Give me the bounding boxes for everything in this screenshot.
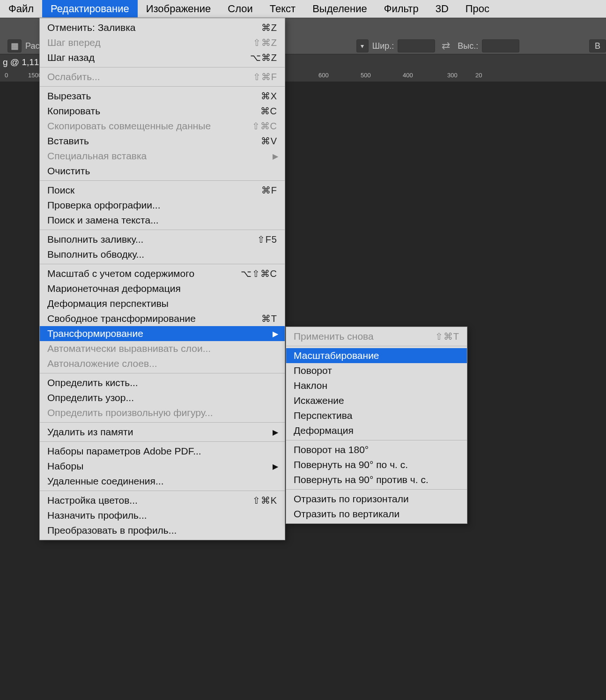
menu-flip-horizontal[interactable]: Отразить по горизонтали [286,491,467,506]
swap-dimensions-icon[interactable]: ⇄ [442,40,450,52]
menu-separator [286,489,467,490]
menu-view[interactable]: Прос [457,0,498,17]
menu-rotate[interactable]: Поворот [286,363,467,378]
menu-rotate-180[interactable]: Поворот на 180° [286,442,467,457]
ruler-tick: 0 [5,72,8,79]
ruler-tick: 400 [403,72,413,79]
menu-separator [40,180,285,181]
menu-step-forward: Шаг вперед⇧⌘Z [40,35,285,50]
menu-perspective-warp[interactable]: Деформация перспективы [40,296,285,311]
menubar: Файл Редактирование Изображение Слои Тек… [0,0,606,18]
menu-assign-profile[interactable]: Назначить профиль... [40,508,285,523]
menu-fade: Ослабить...⇧⌘F [40,69,285,84]
menu-separator [286,346,467,346]
menu-layers[interactable]: Слои [219,0,261,17]
menu-puppet-warp[interactable]: Марионеточная деформация [40,281,285,296]
menu-separator [286,440,467,440]
menu-filter[interactable]: Фильтр [376,0,427,17]
submenu-arrow-icon: ▶ [273,152,278,161]
menu-flip-vertical[interactable]: Отразить по вертикали [286,506,467,521]
submenu-arrow-icon: ▶ [273,428,278,437]
menu-fill[interactable]: Выполнить заливку...⇧F5 [40,232,285,247]
menu-define-brush[interactable]: Определить кисть... [40,375,285,390]
menu-separator [40,264,285,264]
menu-separator [40,491,285,491]
menu-separator [40,86,285,87]
width-field[interactable] [398,39,435,52]
menu-perspective[interactable]: Перспектива [286,408,467,423]
menu-clear[interactable]: Очистить [40,164,285,179]
menu-free-transform[interactable]: Свободное трансформирование⌘T [40,311,285,326]
menu-separator [40,441,285,442]
menu-separator [40,422,285,423]
menu-rotate-90-ccw[interactable]: Повернуть на 90° против ч. с. [286,472,467,487]
height-field[interactable] [482,39,519,52]
menu-undo[interactable]: Отменить: Заливка⌘Z [40,20,285,35]
menu-distort[interactable]: Искажение [286,393,467,408]
menu-text[interactable]: Текст [261,0,304,17]
menu-pdf-presets[interactable]: Наборы параметров Adobe PDF... [40,444,285,459]
menu-content-aware-scale[interactable]: Масштаб с учетом содержимого⌥⇧⌘C [40,266,285,281]
menu-paste[interactable]: Вставить⌘V [40,134,285,149]
width-label: Шир.: [372,41,394,51]
transform-submenu-panel: Применить снова⇧⌘T Масштабирование Повор… [286,327,467,524]
menu-copy-merged: Скопировать совмещенные данные⇧⌘C [40,119,285,134]
ruler-tick: 20 [475,72,482,79]
menu-convert-profile[interactable]: Преобразовать в профиль... [40,523,285,538]
menu-copy[interactable]: Копировать⌘C [40,104,285,119]
menu-transform-again: Применить снова⇧⌘T [286,329,467,344]
menu-edit[interactable]: Редактирование [42,0,138,17]
edit-menu-panel: Отменить: Заливка⌘Z Шаг вперед⇧⌘Z Шаг на… [39,18,285,540]
menu-scale[interactable]: Масштабирование [286,348,467,363]
ruler-tick: 500 [361,72,371,79]
menu-select[interactable]: Выделение [304,0,376,17]
menu-auto-align: Автоматически выравнивать слои... [40,341,285,356]
menu-presets[interactable]: Наборы▶ [40,459,285,474]
menu-define-pattern[interactable]: Определить узор... [40,390,285,405]
chevron-down-icon: ▾ [361,42,364,50]
menu-file[interactable]: Файл [0,0,42,17]
menu-skew[interactable]: Наклон [286,378,467,393]
ruler-tick: 300 [447,72,458,79]
menu-color-settings[interactable]: Настройка цветов...⇧⌘K [40,493,285,508]
menu-paste-special: Специальная вставка▶ [40,149,285,164]
options-button-b[interactable]: В [589,39,606,52]
menu-3d[interactable]: 3D [427,0,457,17]
ruler-tick: 600 [318,72,329,79]
menu-auto-blend: Автоналожение слоев... [40,356,285,371]
submenu-arrow-icon: ▶ [273,329,278,338]
shortcut-label: ⌘Z [261,22,277,33]
menu-warp[interactable]: Деформация [286,423,467,438]
menu-stroke[interactable]: Выполнить обводку... [40,247,285,262]
submenu-arrow-icon: ▶ [273,462,278,471]
menu-spellcheck[interactable]: Проверка орфографии... [40,198,285,213]
menu-search[interactable]: Поиск⌘F [40,183,285,198]
menu-find-replace[interactable]: Поиск и замена текста... [40,213,285,228]
menu-rotate-90-cw[interactable]: Повернуть на 90° по ч. с. [286,457,467,472]
height-label: Выс.: [458,41,478,51]
menu-separator [40,373,285,373]
menu-cut[interactable]: Вырезать⌘X [40,89,285,104]
tool-preset-button[interactable]: ▦ [7,39,22,52]
style-dropdown[interactable]: ▾ [356,39,369,52]
menu-step-backward[interactable]: Шаг назад⌥⌘Z [40,50,285,65]
menu-transform[interactable]: Трансформирование▶ [40,326,285,341]
menu-image[interactable]: Изображение [138,0,220,17]
menu-purge[interactable]: Удалить из памяти▶ [40,424,285,439]
menu-remote-connections[interactable]: Удаленные соединения... [40,474,285,489]
menu-separator [40,230,285,230]
menu-define-shape: Определить произвольную фигуру... [40,405,285,420]
menu-separator [40,67,285,67]
